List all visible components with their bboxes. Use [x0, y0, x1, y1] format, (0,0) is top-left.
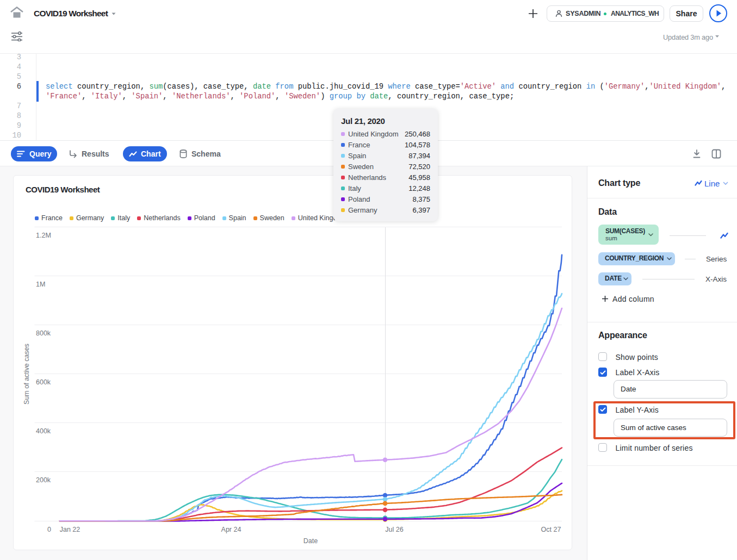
svg-text:0: 0 — [47, 526, 51, 533]
svg-text:600k: 600k — [36, 378, 51, 386]
svg-text:800k: 800k — [36, 329, 51, 337]
svg-text:Oct 27: Oct 27 — [541, 526, 561, 533]
svg-text:Apr 24: Apr 24 — [221, 526, 241, 533]
svg-text:200k: 200k — [36, 476, 51, 484]
svg-text:Jul 26: Jul 26 — [385, 526, 403, 533]
svg-text:400k: 400k — [36, 427, 51, 435]
svg-text:Date: Date — [304, 537, 318, 545]
svg-text:1.2M: 1.2M — [36, 232, 51, 239]
svg-text:Sum of active cases: Sum of active cases — [23, 344, 30, 405]
svg-text:1M: 1M — [36, 281, 45, 288]
svg-text:Jan 22: Jan 22 — [60, 526, 80, 533]
